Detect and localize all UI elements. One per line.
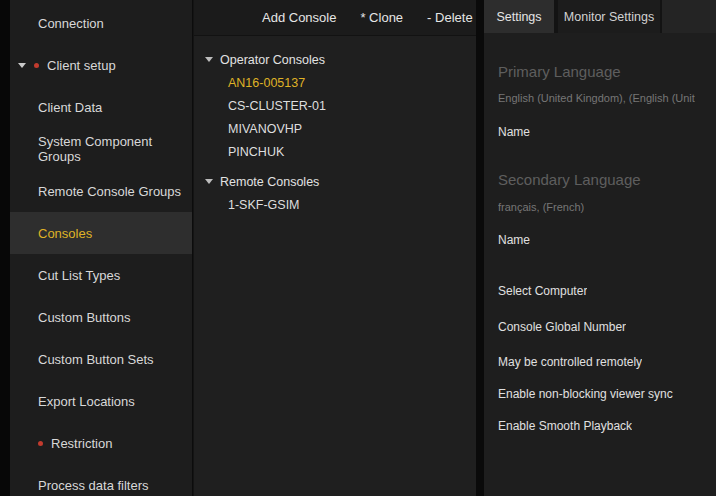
console-global-number-label: Console Global Number	[498, 320, 626, 334]
tree-group-label: Remote Consoles	[220, 175, 319, 189]
tree-group-label: Operator Consoles	[220, 53, 325, 67]
tree-item-mivanovhp[interactable]: MIVANOVHP	[194, 117, 476, 140]
collapse-arrow-icon[interactable]	[205, 57, 213, 62]
controlled-remotely-label: May be controlled remotely	[498, 355, 642, 369]
red-status-dot-icon	[34, 63, 39, 68]
sidebar-item-system-component-groups[interactable]: System Component Groups	[10, 128, 192, 170]
settings-form: Primary Language English (United Kingdom…	[484, 33, 716, 496]
sidebar-item-client-setup[interactable]: Client setup	[10, 44, 192, 86]
sidebar-item-label: Client Data	[38, 100, 102, 115]
sidebar-item-export-locations[interactable]: Export Locations	[10, 380, 192, 422]
primary-name-label: Name	[498, 125, 530, 139]
settings-panel: Settings Monitor Settings Primary Langua…	[484, 0, 716, 496]
sidebar-item-consoles[interactable]: Consoles	[10, 212, 192, 254]
smooth-playback-label: Enable Smooth Playback	[498, 419, 632, 433]
panel-divider	[476, 0, 484, 496]
sidebar-item-remote-console-groups[interactable]: Remote Console Groups	[10, 170, 192, 212]
sidebar-item-connection[interactable]: Connection	[10, 2, 192, 44]
add-console-button[interactable]: Add Console	[262, 10, 336, 25]
console-tree: Operator Consoles AN16-005137 CS-CLUSTER…	[194, 36, 476, 216]
sidebar-item-label: Remote Console Groups	[38, 184, 181, 199]
secondary-name-label: Name	[498, 233, 530, 247]
tab-monitor-settings[interactable]: Monitor Settings	[558, 0, 660, 33]
sidebar-item-custom-buttons[interactable]: Custom Buttons	[10, 296, 192, 338]
settings-tab-bar: Settings Monitor Settings	[484, 0, 716, 33]
sidebar-item-label: Consoles	[38, 226, 92, 241]
tab-settings[interactable]: Settings	[484, 0, 554, 33]
sidebar-item-restriction[interactable]: Restriction	[10, 422, 192, 464]
sidebar-item-label: Process data filters	[38, 478, 149, 493]
sidebar-item-label: Client setup	[47, 58, 116, 73]
tree-item-label: CS-CLUSTER-01	[228, 99, 326, 113]
tree-group-operator-consoles[interactable]: Operator Consoles	[194, 48, 476, 71]
sidebar-item-label: Custom Button Sets	[38, 352, 154, 367]
sidebar-item-label: Restriction	[51, 436, 112, 451]
sidebar-item-client-data[interactable]: Client Data	[10, 86, 192, 128]
app-window: Connection Client setup Client Data Syst…	[0, 0, 716, 496]
collapse-arrow-icon[interactable]	[205, 179, 213, 184]
tab-bar-filler	[662, 0, 716, 33]
secondary-language-value: français, (French)	[498, 201, 584, 213]
console-list-panel: Add Console * Clone - Delete Operator Co…	[194, 0, 476, 496]
sidebar-item-label: Connection	[38, 16, 104, 31]
sidebar-item-label: Custom Buttons	[38, 310, 131, 325]
clone-console-button[interactable]: * Clone	[360, 10, 403, 25]
tree-item-cs-cluster-01[interactable]: CS-CLUSTER-01	[194, 94, 476, 117]
secondary-language-heading: Secondary Language	[498, 171, 641, 188]
tree-item-label: PINCHUK	[228, 145, 284, 159]
console-toolbar: Add Console * Clone - Delete	[194, 0, 476, 36]
tree-item-1-skf-gsim[interactable]: 1-SKF-GSIM	[194, 193, 476, 216]
sidebar-item-label: System Component Groups	[38, 134, 192, 164]
sidebar-item-process-data-filters[interactable]: Process data filters	[10, 464, 192, 496]
expander-arrow-icon[interactable]	[18, 63, 26, 68]
tree-group-remote-consoles[interactable]: Remote Consoles	[194, 170, 476, 193]
sidebar-item-label: Cut List Types	[38, 268, 120, 283]
red-status-dot-icon	[38, 441, 43, 446]
tree-item-label: 1-SKF-GSIM	[228, 198, 300, 212]
tree-group-gap	[194, 163, 476, 170]
select-computer-label: Select Computer	[498, 284, 587, 298]
non-blocking-viewer-sync-label: Enable non-blocking viewer sync	[498, 387, 673, 401]
delete-console-button[interactable]: - Delete	[427, 10, 473, 25]
tree-item-pinchuk[interactable]: PINCHUK	[194, 140, 476, 163]
left-edge-strip	[0, 0, 10, 496]
primary-language-value: English (United Kingdom), (English (Unit	[498, 92, 695, 104]
sidebar-item-label: Export Locations	[38, 394, 135, 409]
sidebar-item-cut-list-types[interactable]: Cut List Types	[10, 254, 192, 296]
tree-item-label: MIVANOVHP	[228, 122, 302, 136]
sidebar-item-custom-button-sets[interactable]: Custom Button Sets	[10, 338, 192, 380]
primary-language-heading: Primary Language	[498, 63, 621, 80]
tree-item-an16-005137[interactable]: AN16-005137	[194, 71, 476, 94]
sidebar: Connection Client setup Client Data Syst…	[10, 0, 193, 496]
tree-item-label: AN16-005137	[228, 76, 305, 90]
